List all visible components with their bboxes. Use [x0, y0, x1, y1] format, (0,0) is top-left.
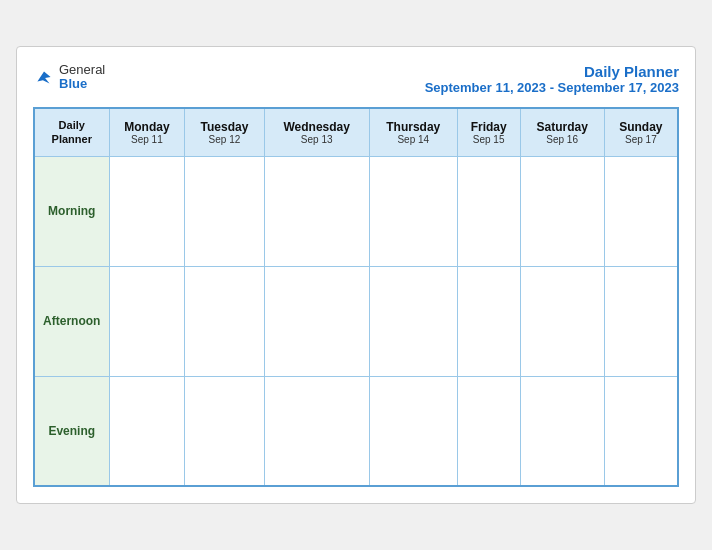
morning-friday[interactable] — [457, 156, 520, 266]
afternoon-saturday[interactable] — [520, 266, 604, 376]
afternoon-wednesday[interactable] — [264, 266, 369, 376]
planner-container: General Blue Daily Planner September 11,… — [16, 46, 696, 504]
afternoon-monday[interactable] — [109, 266, 185, 376]
col-header-thursday: Thursday Sep 14 — [369, 108, 457, 156]
evening-thursday[interactable] — [369, 376, 457, 486]
afternoon-sunday[interactable] — [604, 266, 678, 376]
evening-saturday[interactable] — [520, 376, 604, 486]
afternoon-tuesday[interactable] — [185, 266, 264, 376]
header-title: Daily Planner September 11, 2023 - Septe… — [425, 63, 679, 95]
morning-tuesday[interactable] — [185, 156, 264, 266]
morning-saturday[interactable] — [520, 156, 604, 266]
afternoon-row: Afternoon — [34, 266, 678, 376]
afternoon-friday[interactable] — [457, 266, 520, 376]
calendar-table: DailyPlanner Monday Sep 11 Tuesday Sep 1… — [33, 107, 679, 487]
evening-tuesday[interactable] — [185, 376, 264, 486]
col-header-wednesday: Wednesday Sep 13 — [264, 108, 369, 156]
col-header-sunday: Sunday Sep 17 — [604, 108, 678, 156]
generalblue-logo-icon — [33, 66, 55, 88]
evening-friday[interactable] — [457, 376, 520, 486]
morning-sunday[interactable] — [604, 156, 678, 266]
logo: General Blue — [33, 63, 105, 92]
col-header-friday: Friday Sep 15 — [457, 108, 520, 156]
evening-wednesday[interactable] — [264, 376, 369, 486]
col-header-tuesday: Tuesday Sep 12 — [185, 108, 264, 156]
logo-blue: Blue — [59, 77, 105, 91]
logo-general: General — [59, 63, 105, 77]
morning-monday[interactable] — [109, 156, 185, 266]
morning-thursday[interactable] — [369, 156, 457, 266]
planner-title: Daily Planner — [425, 63, 679, 80]
header: General Blue Daily Planner September 11,… — [33, 63, 679, 95]
evening-monday[interactable] — [109, 376, 185, 486]
logo-text: General Blue — [59, 63, 105, 92]
evening-label: Evening — [34, 376, 109, 486]
svg-marker-0 — [37, 72, 50, 84]
morning-wednesday[interactable] — [264, 156, 369, 266]
afternoon-thursday[interactable] — [369, 266, 457, 376]
afternoon-label: Afternoon — [34, 266, 109, 376]
planner-dates: September 11, 2023 - September 17, 2023 — [425, 80, 679, 95]
morning-row: Morning — [34, 156, 678, 266]
morning-label: Morning — [34, 156, 109, 266]
evening-sunday[interactable] — [604, 376, 678, 486]
col-header-saturday: Saturday Sep 16 — [520, 108, 604, 156]
header-row: DailyPlanner Monday Sep 11 Tuesday Sep 1… — [34, 108, 678, 156]
evening-row: Evening — [34, 376, 678, 486]
col-header-daily-planner: DailyPlanner — [34, 108, 109, 156]
col-header-monday: Monday Sep 11 — [109, 108, 185, 156]
